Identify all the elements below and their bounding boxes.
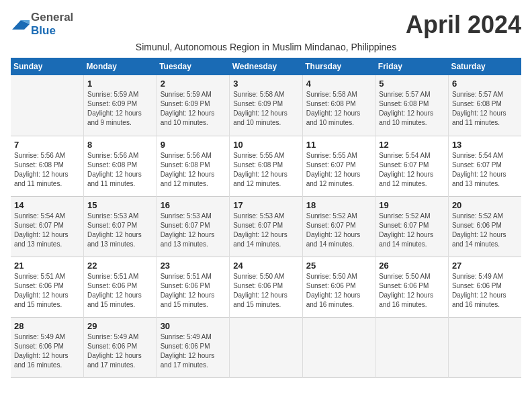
week-row-4: 21Sunrise: 5:51 AM Sunset: 6:06 PM Dayli… — [11, 257, 521, 317]
calendar-cell — [448, 317, 521, 377]
calendar-cell: 15Sunrise: 5:53 AM Sunset: 6:07 PM Dayli… — [84, 196, 157, 257]
calendar-cell: 4Sunrise: 5:58 AM Sunset: 6:08 PM Daylig… — [302, 75, 375, 136]
day-info: Sunrise: 5:56 AM Sunset: 6:08 PM Dayligh… — [87, 151, 153, 189]
calendar-cell: 8Sunrise: 5:56 AM Sunset: 6:08 PM Daylig… — [84, 136, 157, 196]
calendar-cell: 24Sunrise: 5:50 AM Sunset: 6:06 PM Dayli… — [230, 257, 303, 317]
col-header-thursday: Thursday — [302, 58, 375, 75]
calendar-cell — [302, 317, 375, 377]
day-info: Sunrise: 5:59 AM Sunset: 6:09 PM Dayligh… — [87, 90, 153, 128]
calendar-cell: 25Sunrise: 5:50 AM Sunset: 6:06 PM Dayli… — [302, 257, 375, 317]
calendar-cell: 2Sunrise: 5:59 AM Sunset: 6:09 PM Daylig… — [157, 75, 230, 136]
day-info: Sunrise: 5:52 AM Sunset: 6:07 PM Dayligh… — [379, 212, 445, 249]
day-info: Sunrise: 5:49 AM Sunset: 6:06 PM Dayligh… — [452, 272, 518, 310]
month-title: April 2024 — [406, 11, 521, 39]
day-info: Sunrise: 5:49 AM Sunset: 6:06 PM Dayligh… — [161, 332, 226, 370]
day-number: 30 — [161, 321, 226, 331]
day-info: Sunrise: 5:53 AM Sunset: 6:07 PM Dayligh… — [87, 212, 153, 249]
calendar-cell — [11, 75, 84, 136]
day-info: Sunrise: 5:55 AM Sunset: 6:08 PM Dayligh… — [233, 151, 299, 189]
day-info: Sunrise: 5:49 AM Sunset: 6:06 PM Dayligh… — [87, 332, 153, 370]
day-number: 9 — [161, 140, 226, 150]
day-number: 10 — [233, 140, 299, 150]
calendar-cell: 1Sunrise: 5:59 AM Sunset: 6:09 PM Daylig… — [84, 75, 157, 136]
header-row: SundayMondayTuesdayWednesdayThursdayFrid… — [11, 58, 521, 75]
day-info: Sunrise: 5:57 AM Sunset: 6:08 PM Dayligh… — [452, 90, 518, 128]
day-info: Sunrise: 5:56 AM Sunset: 6:08 PM Dayligh… — [161, 151, 226, 189]
week-row-3: 14Sunrise: 5:54 AM Sunset: 6:07 PM Dayli… — [11, 196, 521, 257]
day-number: 21 — [14, 261, 80, 271]
calendar-cell: 5Sunrise: 5:57 AM Sunset: 6:08 PM Daylig… — [375, 75, 449, 136]
calendar-cell — [230, 317, 303, 377]
day-number: 1 — [87, 79, 153, 89]
calendar-cell: 7Sunrise: 5:56 AM Sunset: 6:08 PM Daylig… — [11, 136, 84, 196]
day-number: 20 — [452, 200, 518, 210]
day-info: Sunrise: 5:57 AM Sunset: 6:08 PM Dayligh… — [379, 90, 445, 128]
day-info: Sunrise: 5:53 AM Sunset: 6:07 PM Dayligh… — [233, 212, 299, 249]
calendar-cell: 17Sunrise: 5:53 AM Sunset: 6:07 PM Dayli… — [230, 196, 303, 257]
calendar-cell: 21Sunrise: 5:51 AM Sunset: 6:06 PM Dayli… — [11, 257, 84, 317]
col-header-saturday: Saturday — [448, 58, 521, 75]
calendar-cell: 22Sunrise: 5:51 AM Sunset: 6:06 PM Dayli… — [84, 257, 157, 317]
calendar-cell: 12Sunrise: 5:54 AM Sunset: 6:07 PM Dayli… — [375, 136, 449, 196]
day-info: Sunrise: 5:58 AM Sunset: 6:09 PM Dayligh… — [233, 90, 299, 128]
week-row-1: 1Sunrise: 5:59 AM Sunset: 6:09 PM Daylig… — [11, 75, 521, 136]
day-number: 24 — [233, 261, 299, 271]
day-info: Sunrise: 5:55 AM Sunset: 6:07 PM Dayligh… — [306, 151, 372, 189]
day-number: 27 — [452, 261, 518, 271]
day-number: 26 — [379, 261, 445, 271]
calendar-cell — [375, 317, 449, 377]
day-number: 8 — [87, 140, 153, 150]
day-number: 14 — [14, 200, 80, 210]
day-number: 23 — [161, 261, 226, 271]
day-info: Sunrise: 5:52 AM Sunset: 6:06 PM Dayligh… — [452, 212, 518, 249]
day-number: 15 — [87, 200, 153, 210]
day-number: 12 — [379, 140, 445, 150]
day-number: 17 — [233, 200, 299, 210]
day-info: Sunrise: 5:54 AM Sunset: 6:07 PM Dayligh… — [14, 212, 80, 249]
calendar-cell: 26Sunrise: 5:50 AM Sunset: 6:06 PM Dayli… — [375, 257, 449, 317]
week-row-2: 7Sunrise: 5:56 AM Sunset: 6:08 PM Daylig… — [11, 136, 521, 196]
logo-text: General Blue — [31, 11, 73, 38]
day-number: 19 — [379, 200, 445, 210]
day-info: Sunrise: 5:51 AM Sunset: 6:06 PM Dayligh… — [161, 272, 226, 310]
calendar-cell: 29Sunrise: 5:49 AM Sunset: 6:06 PM Dayli… — [84, 317, 157, 377]
day-info: Sunrise: 5:53 AM Sunset: 6:07 PM Dayligh… — [161, 212, 226, 249]
calendar-cell: 23Sunrise: 5:51 AM Sunset: 6:06 PM Dayli… — [157, 257, 230, 317]
day-number: 6 — [452, 79, 518, 89]
col-header-sunday: Sunday — [11, 58, 84, 75]
day-info: Sunrise: 5:49 AM Sunset: 6:06 PM Dayligh… — [14, 332, 80, 370]
col-header-monday: Monday — [84, 58, 157, 75]
day-number: 28 — [14, 321, 80, 331]
logo-blue: Blue — [31, 24, 56, 37]
calendar-cell: 14Sunrise: 5:54 AM Sunset: 6:07 PM Dayli… — [11, 196, 84, 257]
calendar-cell: 20Sunrise: 5:52 AM Sunset: 6:06 PM Dayli… — [448, 196, 521, 257]
logo-icon — [11, 17, 30, 31]
calendar-cell: 28Sunrise: 5:49 AM Sunset: 6:06 PM Dayli… — [11, 317, 84, 377]
day-number: 18 — [306, 200, 372, 210]
calendar-cell: 10Sunrise: 5:55 AM Sunset: 6:08 PM Dayli… — [230, 136, 303, 196]
calendar-cell: 3Sunrise: 5:58 AM Sunset: 6:09 PM Daylig… — [230, 75, 303, 136]
calendar-cell: 16Sunrise: 5:53 AM Sunset: 6:07 PM Dayli… — [157, 196, 230, 257]
day-info: Sunrise: 5:51 AM Sunset: 6:06 PM Dayligh… — [14, 272, 80, 310]
day-info: Sunrise: 5:58 AM Sunset: 6:08 PM Dayligh… — [306, 90, 372, 128]
day-number: 11 — [306, 140, 372, 150]
day-info: Sunrise: 5:52 AM Sunset: 6:07 PM Dayligh… — [306, 212, 372, 249]
subtitle: Simunul, Autonomous Region in Muslim Min… — [11, 42, 521, 52]
day-info: Sunrise: 5:54 AM Sunset: 6:07 PM Dayligh… — [379, 151, 445, 189]
calendar-cell: 6Sunrise: 5:57 AM Sunset: 6:08 PM Daylig… — [448, 75, 521, 136]
day-number: 5 — [379, 79, 445, 89]
day-info: Sunrise: 5:51 AM Sunset: 6:06 PM Dayligh… — [87, 272, 153, 310]
day-number: 13 — [452, 140, 518, 150]
day-info: Sunrise: 5:54 AM Sunset: 6:07 PM Dayligh… — [452, 151, 518, 189]
day-number: 29 — [87, 321, 153, 331]
page-header: General Blue April 2024 — [11, 11, 521, 39]
day-number: 4 — [306, 79, 372, 89]
day-number: 16 — [161, 200, 226, 210]
col-header-tuesday: Tuesday — [157, 58, 230, 75]
calendar-cell: 19Sunrise: 5:52 AM Sunset: 6:07 PM Dayli… — [375, 196, 449, 257]
calendar-cell: 30Sunrise: 5:49 AM Sunset: 6:06 PM Dayli… — [157, 317, 230, 377]
day-number: 25 — [306, 261, 372, 271]
logo-general: General — [31, 11, 73, 24]
calendar-cell: 18Sunrise: 5:52 AM Sunset: 6:07 PM Dayli… — [302, 196, 375, 257]
logo: General Blue — [11, 11, 73, 38]
